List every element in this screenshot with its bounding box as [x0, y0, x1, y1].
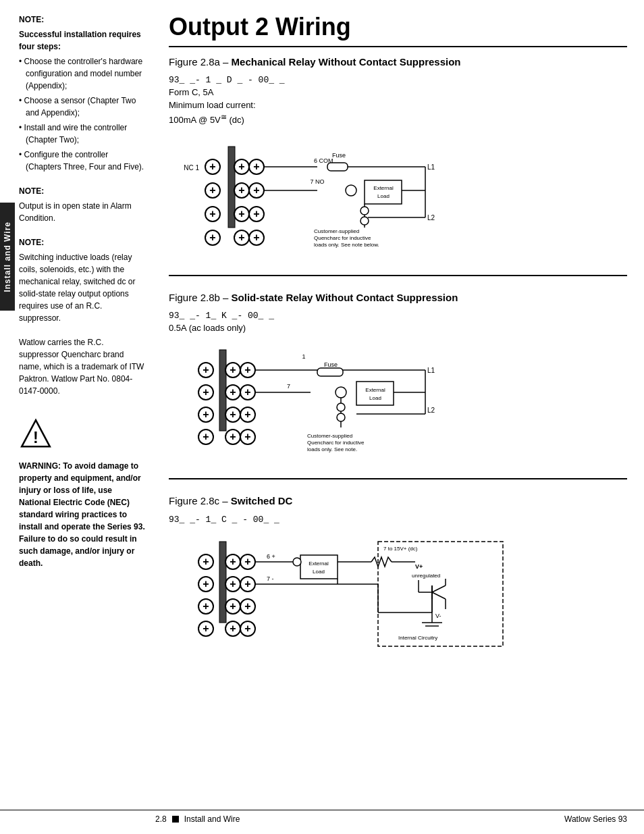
svg-text:+: +: [253, 184, 259, 196]
fig2-8b-spec1: 0.5A (ac loads only): [169, 323, 627, 333]
svg-text:+: +: [253, 208, 259, 219]
svg-text:V-: V-: [435, 613, 441, 619]
svg-text:+: +: [203, 409, 209, 420]
svg-text:V+: V+: [415, 563, 423, 570]
sidebar-warning: ! WARNING: To avoid dam­age to property …: [19, 417, 145, 569]
step-3: Install and wire the controller (Chapter…: [19, 122, 145, 146]
svg-point-47: [360, 207, 369, 215]
diagram-2-8b: + + + + + + + + +: [169, 340, 627, 465]
fig2-8b-model: 93_ _- 1_ K _- 00_ _: [169, 311, 627, 321]
svg-point-85: [336, 387, 346, 398]
svg-text:7 to 15V+ (dc): 7 to 15V+ (dc): [383, 546, 418, 552]
svg-rect-135: [378, 542, 503, 646]
svg-text:+: +: [244, 409, 250, 420]
fig2-8b-title: Solid-state Relay Without Contact Suppre…: [232, 292, 458, 303]
svg-text:+: +: [230, 600, 236, 612]
page-footer: 2.8 Install and Wire Watlow Series 93: [0, 810, 644, 824]
svg-text:+: +: [244, 386, 250, 398]
fig2-8a-header: Figure 2.8a – Mechanical Relay Without C…: [169, 55, 627, 69]
svg-text:+: +: [203, 623, 209, 634]
diagram-2-8c-svg: + + + + + + + + +: [169, 531, 520, 660]
svg-point-48: [360, 217, 369, 225]
svg-rect-79: [317, 368, 343, 376]
sidebar-note1: NOTE: Successful installation requires f…: [19, 14, 145, 173]
footer-left: 2.8 Install and Wire: [155, 814, 240, 824]
svg-text:!: !: [33, 429, 38, 446]
steps-list: Choose the controller's hardware configu…: [19, 55, 145, 173]
svg-text:+: +: [203, 556, 209, 567]
sidebar-note3-extra: Watlow carries the R.C. suppressor Quenc…: [19, 336, 145, 397]
diagram-2-8b-svg: + + + + + + + + +: [169, 340, 506, 465]
svg-text:+: +: [238, 232, 244, 243]
footer-square: [172, 816, 179, 823]
svg-text:+: +: [244, 556, 250, 567]
svg-text:+: +: [244, 600, 250, 612]
svg-text:Load: Load: [377, 193, 390, 199]
warning-icon: !: [19, 417, 53, 451]
fig2-8b-label: Figure 2.8b: [169, 292, 220, 303]
svg-text:+: +: [238, 208, 244, 219]
svg-text:loads only. See note.: loads only. See note.: [307, 446, 357, 452]
fig2-8a-spec3: 100mA @ 5V≅ (dc): [169, 115, 244, 125]
note2-text: Output is in open state in Alarm Conditi…: [19, 200, 145, 224]
fig2-8a-label: Figure 2.8a: [169, 56, 220, 68]
fig2-8a-spec2: Minimum load current: 100mA @ 5V≅ (dc): [169, 99, 627, 126]
diagram-2-8a: NC 1 + + + + + +: [169, 133, 627, 261]
svg-text:1: 1: [302, 353, 305, 360]
svg-text:Fuse: Fuse: [332, 152, 346, 159]
svg-text:Fuse: Fuse: [324, 361, 338, 368]
footer-brand: Watlow Series 93: [564, 814, 627, 824]
svg-text:+: +: [209, 184, 215, 196]
diagram-2-8a-svg: NC 1 + + + + + +: [169, 133, 506, 261]
svg-text:Internal Circuitry: Internal Circuitry: [398, 635, 437, 641]
note1-label: NOTE:: [19, 14, 145, 26]
svg-rect-128: [300, 555, 338, 579]
footer-right: Watlow Series 93: [564, 814, 627, 824]
svg-text:loads only. See note below.: loads only. See note below.: [314, 242, 379, 248]
svg-text:L1: L1: [427, 367, 435, 374]
diagram-2-8c: + + + + + + + + +: [169, 531, 627, 660]
svg-text:L2: L2: [427, 214, 435, 221]
note3-text: Switching inductive loads (relay coils, …: [19, 251, 145, 324]
main-content: Output 2 Wiring Figure 2.8a – Mechanical…: [155, 0, 644, 834]
step-4: Configure the controller (Chapters Three…: [19, 149, 145, 173]
svg-text:7 NO: 7 NO: [310, 178, 324, 185]
svg-rect-36: [365, 180, 402, 204]
svg-point-94: [337, 413, 345, 421]
title-divider: [169, 46, 627, 47]
svg-text:+: +: [230, 578, 236, 590]
step-2: Choose a sensor (Chapter Two and Appendi…: [19, 95, 145, 119]
svg-point-35: [346, 185, 356, 196]
svg-text:6  +: 6 +: [267, 553, 275, 560]
svg-text:+: +: [244, 431, 250, 442]
svg-text:External: External: [365, 387, 385, 393]
vertical-tab-label: Install and Wire: [3, 221, 12, 292]
note2-label: NOTE:: [19, 185, 145, 197]
svg-text:+: +: [203, 578, 209, 590]
note3-extra-text: Watlow carries the R.C. suppressor Quenc…: [19, 336, 145, 397]
fig2-8c-model: 93_ _- 1_ C _ - 00_ _: [169, 515, 627, 525]
svg-text:+: +: [209, 208, 215, 219]
divider-2-8a: [169, 275, 627, 276]
step-1: Choose the controller's hardware configu…: [19, 55, 145, 92]
svg-text:+: +: [238, 184, 244, 196]
svg-text:+: +: [203, 364, 209, 375]
svg-text:+: +: [244, 364, 250, 375]
fig2-8b-header: Figure 2.8b – Solid-state Relay Without …: [169, 291, 627, 305]
svg-text:Customer-supplied: Customer-supplied: [307, 433, 352, 439]
note1-text: Successful installation requires four st…: [19, 28, 145, 53]
fig2-8c-header: Figure 2.8c – Switched DC: [169, 494, 627, 508]
svg-text:+: +: [203, 600, 209, 612]
svg-text:+: +: [230, 386, 236, 398]
svg-text:+: +: [230, 364, 236, 375]
svg-text:+: +: [244, 578, 250, 590]
svg-text:+: +: [203, 386, 209, 398]
vertical-tab: Install and Wire: [0, 203, 15, 311]
sidebar-note2: NOTE: Output is in open state in Alarm C…: [19, 185, 145, 224]
svg-text:7  -: 7 -: [267, 575, 274, 582]
page-title: Output 2 Wiring: [169, 14, 627, 41]
svg-text:6  COM: 6 COM: [314, 157, 333, 164]
fig2-8c-title: Switched DC: [231, 495, 293, 506]
svg-text:Load: Load: [313, 569, 325, 575]
svg-text:Customer-supplied: Customer-supplied: [314, 228, 359, 234]
